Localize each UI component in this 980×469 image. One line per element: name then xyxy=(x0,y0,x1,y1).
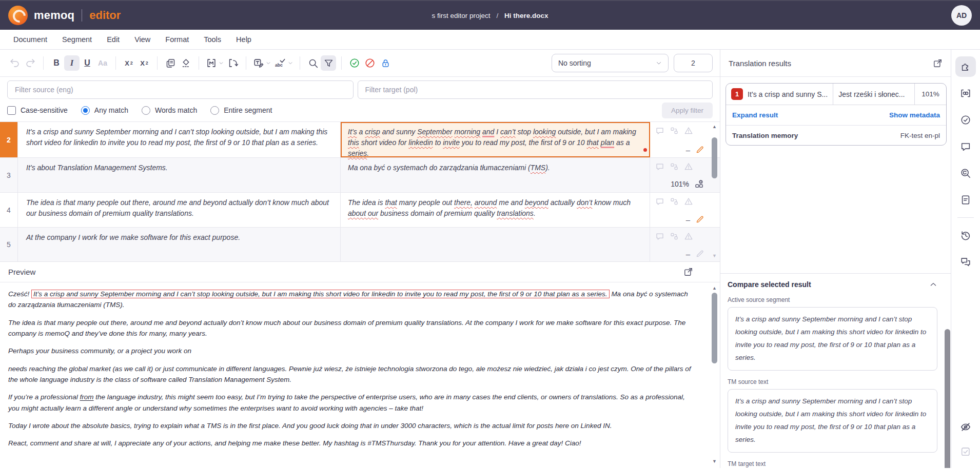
rail-translation-results[interactable] xyxy=(955,56,976,77)
insert-tag-button[interactable] xyxy=(204,55,225,71)
warning-icon[interactable] xyxy=(684,197,693,206)
rail-qa-checks[interactable] xyxy=(955,110,976,130)
tm-label: Translation memory xyxy=(732,132,798,139)
redo-button[interactable] xyxy=(23,55,38,71)
menu-document[interactable]: Document xyxy=(13,35,47,44)
segment-row-4[interactable]: 4 The idea is that many people out there… xyxy=(0,193,720,228)
panel-scrollbar[interactable] xyxy=(945,329,951,468)
chevron-up-icon[interactable] xyxy=(929,280,937,289)
match-rate: – xyxy=(686,146,690,154)
segment-number-input[interactable]: 2 xyxy=(674,54,713,72)
scroll-down-icon[interactable]: ▼ xyxy=(712,459,717,464)
menu-view[interactable]: View xyxy=(134,35,150,44)
scrollbar-thumb[interactable] xyxy=(945,329,950,468)
preview-paragraph: Today I wrote about the absolute basics,… xyxy=(8,420,696,431)
open-preview-icon[interactable] xyxy=(683,267,693,277)
preview-content: Cześć! It’s a crisp and sunny September … xyxy=(0,282,720,449)
comment-icon[interactable] xyxy=(655,162,664,171)
toolbar-divider xyxy=(341,56,342,70)
italic-button[interactable]: I xyxy=(64,55,80,71)
reject-segment-button[interactable] xyxy=(362,55,378,71)
menu-tools[interactable]: Tools xyxy=(204,35,221,44)
comment-icon[interactable] xyxy=(655,232,664,241)
filter-row xyxy=(0,77,720,99)
open-results-icon[interactable] xyxy=(933,58,943,68)
undo-button[interactable] xyxy=(7,55,23,71)
rail-document-info[interactable] xyxy=(955,190,976,210)
bold-button[interactable]: B xyxy=(49,55,64,71)
segment-row-3[interactable]: 3 It’s about Translation Management Syst… xyxy=(0,158,720,193)
edit-source-button[interactable] xyxy=(251,55,272,71)
rail-discussions[interactable] xyxy=(955,252,976,272)
comment-icon[interactable] xyxy=(655,197,664,206)
warning-icon[interactable] xyxy=(684,232,693,241)
split-join-icon[interactable] xyxy=(670,162,679,171)
split-join-icon[interactable] xyxy=(670,197,679,206)
expand-result-link[interactable]: Expand result xyxy=(732,111,778,119)
rail-hide-preview[interactable] xyxy=(955,417,976,437)
change-case-button[interactable]: Aa xyxy=(95,55,110,71)
target-cell[interactable] xyxy=(341,228,650,261)
subscript-button[interactable]: X2 xyxy=(136,55,152,71)
translation-result-card[interactable]: 1 It’s a crisp and sunny S... Jest rześk… xyxy=(726,83,947,146)
rail-concordance-search[interactable] xyxy=(955,163,976,183)
target-cell[interactable]: It’s a crisp and sunny September morning… xyxy=(341,122,650,157)
apply-filter-button[interactable]: Apply filter xyxy=(662,103,713,118)
underline-button[interactable]: U xyxy=(80,55,95,71)
scrollbar-thumb[interactable] xyxy=(712,137,717,178)
tm-target-label: TM target text xyxy=(728,460,937,467)
warning-icon[interactable] xyxy=(684,126,693,135)
preview-paragraph: The idea is that many people out there, … xyxy=(8,317,696,339)
rail-comments[interactable] xyxy=(955,136,976,157)
insert-empty-tag-button[interactable] xyxy=(225,55,241,71)
segment-row-5[interactable]: 5 At the company I work for we make soft… xyxy=(0,228,720,261)
split-join-icon[interactable] xyxy=(670,232,679,241)
entire-segment-radio[interactable]: Entire segment xyxy=(210,106,272,115)
filter-source-input[interactable] xyxy=(7,80,354,99)
warning-icon[interactable] xyxy=(684,162,693,171)
translation-results-panel: Translation results 1 It’s a crisp and s… xyxy=(720,50,951,468)
split-join-icon[interactable] xyxy=(670,126,679,135)
find-button[interactable] xyxy=(305,55,321,71)
scrollbar-thumb[interactable] xyxy=(712,293,717,363)
source-cell[interactable]: The idea is that many people out there, … xyxy=(18,193,341,227)
source-cell[interactable]: It’s about Translation Management System… xyxy=(18,158,341,192)
source-cell[interactable]: It’s a crisp and sunny September morning… xyxy=(18,122,341,157)
words-match-radio[interactable]: Words match xyxy=(142,106,197,115)
case-sensitive-checkbox[interactable]: Case-sensitive xyxy=(7,106,68,115)
any-match-radio[interactable]: Any match xyxy=(81,106,128,115)
show-metadata-link[interactable]: Show metadata xyxy=(889,111,940,119)
filter-button[interactable] xyxy=(321,55,336,71)
spellcheck-button[interactable]: abc xyxy=(272,55,295,71)
compare-title: Compare selected result xyxy=(728,280,811,289)
confirm-segment-button[interactable] xyxy=(347,55,362,71)
rail-concordance-link[interactable] xyxy=(955,83,976,104)
preview-scrollbar[interactable]: ▲ ▼ xyxy=(711,262,718,468)
scroll-up-icon[interactable]: ▲ xyxy=(712,124,717,129)
filter-target-input[interactable] xyxy=(358,80,713,99)
scroll-up-icon[interactable]: ▲ xyxy=(712,286,717,291)
preview-title: Preview xyxy=(8,268,35,276)
sorting-select[interactable]: No sorting xyxy=(552,54,669,72)
target-cell[interactable]: The idea is that many people out there, … xyxy=(341,193,650,227)
menu-edit[interactable]: Edit xyxy=(107,35,120,44)
menu-format[interactable]: Format xyxy=(165,35,189,44)
grid-scrollbar[interactable]: ▲ ▼ xyxy=(711,122,718,261)
remove-formatting-icon[interactable] xyxy=(178,55,193,71)
scroll-down-icon[interactable]: ▼ xyxy=(712,253,717,258)
chevron-down-icon xyxy=(656,60,662,66)
translation-grid: 2 It’s a crisp and sunny September morni… xyxy=(0,121,720,261)
comment-icon[interactable] xyxy=(655,126,664,135)
user-avatar[interactable]: AD xyxy=(951,5,972,26)
source-cell[interactable]: At the company I work for we make softwa… xyxy=(18,228,341,261)
superscript-button[interactable]: X2 xyxy=(121,55,136,71)
segment-row-2[interactable]: 2 It’s a crisp and sunny September morni… xyxy=(0,122,720,158)
menu-help[interactable]: Help xyxy=(236,35,251,44)
menu-segment[interactable]: Segment xyxy=(62,35,92,44)
rail-track-changes[interactable] xyxy=(955,441,976,462)
target-cell[interactable]: Ma ona być o systemach do zarządzania tł… xyxy=(341,158,650,192)
results-panel-title: Translation results xyxy=(729,59,791,68)
rail-version-history[interactable] xyxy=(955,225,976,246)
lock-segment-button[interactable] xyxy=(378,55,393,71)
copy-tags-icon[interactable] xyxy=(163,55,178,71)
